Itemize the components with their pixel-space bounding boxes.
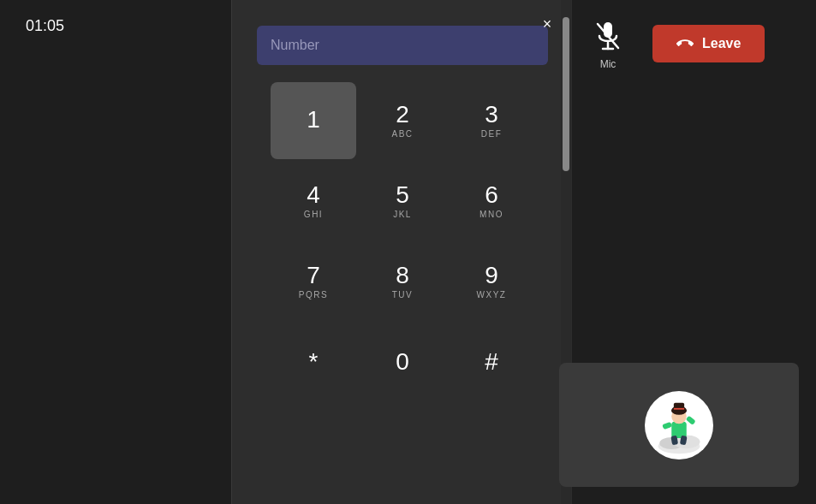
dial-key-6[interactable]: 6 MNO [449, 163, 534, 240]
letters-3: DEF [481, 129, 503, 139]
letters-2: ABC [391, 129, 413, 139]
digit-4: 4 [307, 183, 320, 207]
mic-muted-icon [594, 21, 622, 51]
svg-rect-10 [662, 421, 672, 429]
close-button[interactable]: × [535, 12, 559, 36]
digit-2: 2 [396, 103, 409, 127]
avatar-circle [645, 391, 713, 460]
dial-key-3[interactable]: 3 DEF [449, 82, 534, 159]
digit-0: 0 [396, 350, 409, 374]
dial-key-8[interactable]: 8 TUV [360, 243, 445, 320]
mic-label: Mic [600, 58, 616, 70]
svg-rect-11 [686, 415, 696, 424]
dial-key-1[interactable]: 1 [271, 82, 356, 159]
dial-key-star[interactable]: * [271, 323, 356, 400]
avatar-area [559, 363, 799, 487]
user-avatar-icon [649, 395, 709, 455]
dialpad-panel: × 1 2 ABC 3 DEF 4 GHI 5 JKL 6 MNO 7 [231, 0, 574, 504]
digit-8: 8 [396, 264, 409, 288]
letters-4: GHI [304, 210, 323, 219]
dial-key-5[interactable]: 5 JKL [360, 163, 445, 240]
digit-star: * [309, 350, 319, 374]
letters-9: WXYZ [477, 290, 507, 299]
svg-rect-16 [674, 407, 684, 409]
dial-key-9[interactable]: 9 WXYZ [449, 243, 534, 320]
letters-8: TUV [392, 290, 414, 299]
mic-icon-wrapper [589, 17, 627, 55]
scrollbar-thumb[interactable] [563, 17, 569, 171]
call-timer: 01:05 [26, 17, 64, 35]
digit-3: 3 [485, 103, 498, 127]
dial-key-0[interactable]: 0 [360, 323, 445, 400]
number-input[interactable] [257, 26, 548, 65]
digit-1: 1 [307, 108, 320, 132]
dial-key-hash[interactable]: # [449, 323, 534, 400]
top-controls: Mic Leave [572, 17, 816, 70]
svg-rect-7 [671, 421, 687, 437]
digit-7: 7 [307, 264, 320, 288]
dial-key-2[interactable]: 2 ABC [360, 82, 445, 159]
mic-button[interactable]: Mic [589, 17, 627, 70]
letters-5: JKL [393, 210, 412, 219]
phone-leave-icon [676, 35, 694, 52]
digit-hash: # [485, 350, 498, 374]
digit-5: 5 [396, 183, 409, 207]
leave-label: Leave [702, 36, 741, 51]
letters-7: PQRS [299, 290, 328, 299]
leave-button[interactable]: Leave [652, 25, 765, 62]
dial-grid: 1 2 ABC 3 DEF 4 GHI 5 JKL 6 MNO 7 PQRS [271, 82, 534, 400]
dial-key-4[interactable]: 4 GHI [271, 163, 356, 240]
digit-9: 9 [485, 264, 498, 288]
digit-6: 6 [485, 183, 498, 207]
dial-key-7[interactable]: 7 PQRS [271, 243, 356, 320]
letters-6: MNO [479, 210, 503, 219]
